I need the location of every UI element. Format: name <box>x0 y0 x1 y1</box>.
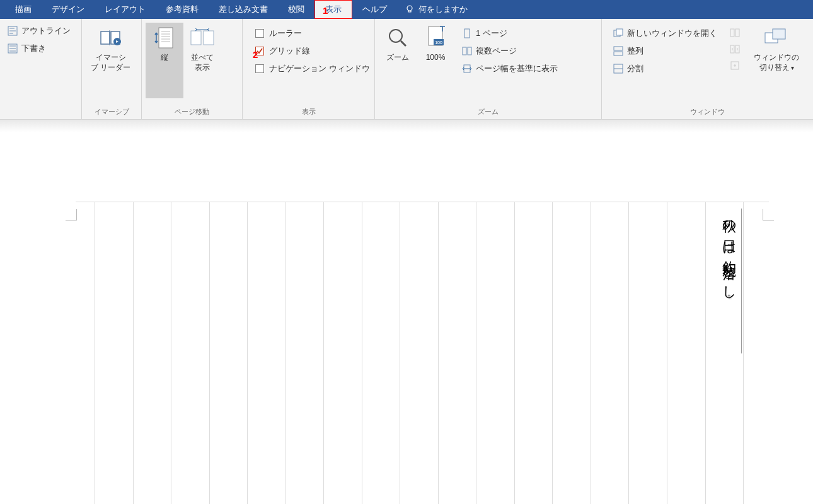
svg-rect-12 <box>463 47 466 55</box>
switch-windows-icon <box>764 25 789 50</box>
draft-icon <box>8 43 18 54</box>
tell-me-search[interactable]: 何をしますか <box>405 4 468 15</box>
draft-view-button[interactable]: 下書き <box>4 40 74 57</box>
page[interactable]: 秋の日は釣瓶落とし↵ <box>76 202 769 504</box>
gridlines-checkbox[interactable]: グリッド線 <box>251 43 374 59</box>
tab-view[interactable]: 表示 <box>314 0 352 19</box>
side-by-side-icon <box>190 25 215 50</box>
reset-window-button <box>726 58 747 73</box>
split-button[interactable]: 分割 <box>609 60 721 77</box>
new-window-icon <box>613 28 623 38</box>
tab-references[interactable]: 参考資料 <box>156 0 209 19</box>
switch-windows-button[interactable]: ウィンドウの 切り替え▾ <box>749 23 804 75</box>
tell-me-label: 何をしますか <box>418 4 468 15</box>
zoom-100-button[interactable]: 100 100% <box>417 23 454 66</box>
tab-mailings[interactable]: 差し込み文書 <box>209 0 278 19</box>
svg-rect-20 <box>730 29 734 37</box>
tab-design[interactable]: デザイン <box>42 0 95 19</box>
svg-text:100: 100 <box>435 40 442 45</box>
page-width-icon <box>462 64 472 74</box>
document-area[interactable]: 秋の日は釣瓶落とし↵ <box>0 132 813 504</box>
one-page-icon <box>462 28 472 38</box>
tab-draw[interactable]: 描画 <box>5 0 42 19</box>
ruler-checkbox[interactable]: ルーラー <box>251 25 374 42</box>
page-100-icon: 100 <box>423 25 448 50</box>
svg-rect-6 <box>204 31 214 45</box>
ribbon-shadow <box>0 120 813 132</box>
one-page-button[interactable]: 1 ページ <box>458 25 562 42</box>
navigation-pane-checkbox[interactable]: ナビゲーション ウィンドウ <box>251 60 374 77</box>
paragraph-mark-icon: ↵ <box>725 294 734 303</box>
svg-rect-11 <box>464 29 470 38</box>
gridlines <box>95 202 744 504</box>
svg-rect-17 <box>614 47 623 50</box>
zoom-button[interactable]: ズーム <box>379 23 417 66</box>
svg-rect-13 <box>468 47 471 55</box>
svg-point-0 <box>407 6 412 11</box>
ribbon: アウトライン 下書き イマーシ ブ リーダー イマーシブ 縦 <box>0 19 813 120</box>
svg-point-7 <box>389 30 402 42</box>
reset-pos-icon <box>730 60 740 71</box>
svg-rect-21 <box>735 29 739 37</box>
outline-icon <box>8 26 18 36</box>
text-guide-line <box>741 209 742 353</box>
document-text[interactable]: 秋の日は釣瓶落とし↵ <box>720 209 739 303</box>
page-width-button[interactable]: ページ幅を基準に表示 <box>458 60 562 77</box>
group-label-views <box>4 108 78 118</box>
lightbulb-icon <box>405 4 415 14</box>
split-icon <box>613 64 623 74</box>
vertical-page-icon <box>152 25 177 50</box>
sync-scroll-icon <box>730 44 740 54</box>
book-speaker-icon <box>98 25 124 50</box>
svg-rect-4 <box>159 28 173 48</box>
view-side-by-side-button <box>726 25 747 40</box>
tab-review[interactable]: 校閲 <box>278 0 314 19</box>
sync-scroll-button <box>726 42 747 57</box>
group-label-page-move: ページ移動 <box>146 106 238 118</box>
immersive-reader-button[interactable]: イマーシ ブ リーダー <box>86 23 136 75</box>
group-label-zoom: ズーム <box>379 106 597 118</box>
svg-rect-5 <box>191 31 201 45</box>
group-label-show: 表示 <box>246 106 371 118</box>
group-label-window: ウィンドウ <box>606 106 809 118</box>
vertical-page-button[interactable]: 縦 <box>146 23 183 98</box>
tab-help[interactable]: ヘルプ <box>352 0 397 19</box>
svg-rect-26 <box>773 29 785 39</box>
menu-bar: 描画 デザイン レイアウト 参考資料 差し込み文書 校閲 表示 ヘルプ 何をしま… <box>0 0 813 19</box>
group-label-immersive: イマーシブ <box>86 106 137 118</box>
svg-rect-18 <box>614 52 623 55</box>
arrange-icon <box>613 46 623 56</box>
side-by-side-button[interactable]: 並べて 表示 <box>183 23 221 75</box>
side-icon <box>730 28 740 38</box>
outline-view-button[interactable]: アウトライン <box>4 23 74 39</box>
svg-rect-16 <box>616 29 623 35</box>
multi-page-button[interactable]: 複数ページ <box>458 43 562 59</box>
new-window-button[interactable]: 新しいウィンドウを開く <box>609 25 721 42</box>
magnifier-icon <box>385 25 410 50</box>
arrange-all-button[interactable]: 整列 <box>609 43 721 59</box>
multi-page-icon <box>462 46 472 56</box>
tab-layout[interactable]: レイアウト <box>95 0 156 19</box>
chevron-down-icon: ▾ <box>791 64 794 71</box>
